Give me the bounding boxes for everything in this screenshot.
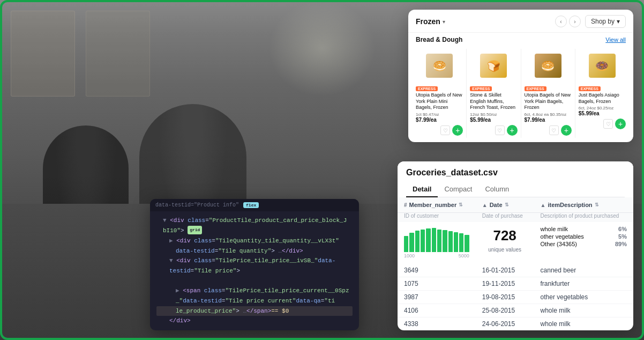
unique-values-cell: 728 unique values [476, 222, 534, 264]
product-actions: ♡ + [579, 119, 626, 129]
cat-pct: 6% [618, 226, 627, 232]
code-line: bI10"> grid [156, 226, 353, 236]
cell-date: 19-11-2015 [476, 277, 534, 291]
product-name: Utopia Bagels of New York Plain Mini Bag… [416, 92, 463, 111]
product-actions: ♡ + [470, 125, 517, 136]
unique-count: 728 [484, 227, 526, 244]
express-badge: EXPRESS [416, 86, 438, 91]
bar [421, 230, 425, 253]
code-line: testid="Tile price"> [156, 266, 353, 286]
table-row: 3987 19-08-2015 other vegetables [398, 291, 633, 304]
col-desc-item: Description of product purchased [534, 213, 633, 223]
cell-member: 4106 [398, 304, 476, 317]
col-header-member: # Member_number ⇅ [398, 197, 476, 213]
favorite-button[interactable]: ♡ [440, 125, 450, 135]
code-panel-header: data-testid="Product info" flex [150, 199, 359, 211]
bar [432, 228, 436, 252]
product-qty: 1ct $0.47/oz [416, 112, 463, 117]
bar-chart [404, 225, 469, 252]
product-image: 🥯 [426, 54, 453, 78]
nav-next-button[interactable]: › [569, 16, 581, 27]
table-row: 4338 24-06-2015 whole milk [398, 317, 633, 331]
cat-name: whole milk [541, 226, 568, 232]
cat-name: Other (34365) [541, 241, 577, 247]
bread-dough-label: Bread & Dough [416, 36, 462, 43]
cell-date: 24-06-2015 [476, 317, 534, 331]
add-to-cart-button[interactable]: + [615, 119, 626, 129]
product-image: 🍩 [589, 54, 616, 78]
code-body: ▼ <div class="ProductTile_product_card_p… [150, 211, 359, 330]
frozen-title-row: Frozen ▾ [416, 17, 445, 26]
product-item: 🍞 EXPRESS Stone & Skillet English Muffin… [467, 49, 521, 138]
tab-compact[interactable]: Compact [438, 182, 478, 197]
product-image-area: 🍩 [579, 51, 626, 80]
product-name: Just Bagels Asiago Bagels, Frozen [579, 92, 626, 105]
frozen-title: Frozen [416, 17, 440, 26]
view-all-link[interactable]: View all [605, 36, 626, 43]
col-description-row: ID of customer Date of purchase Descript… [398, 213, 633, 223]
cell-member: 3649 [398, 264, 476, 277]
product-price: $7.99/ea [416, 117, 463, 123]
frozen-chevron-icon[interactable]: ▾ [443, 19, 445, 25]
cell-item: whole milk [534, 317, 633, 331]
product-price: $7.99/ea [525, 117, 572, 123]
favorite-button[interactable]: ♡ [603, 119, 613, 129]
table-row: 3649 16-01-2015 canned beer [398, 264, 633, 277]
nav-prev-button[interactable]: ‹ [555, 16, 567, 27]
add-to-cart-button[interactable]: + [507, 125, 518, 136]
nav-arrows: ‹ › [555, 16, 581, 27]
product-qty: 12oz $0.50/oz [470, 112, 517, 117]
product-actions: ♡ + [525, 125, 572, 136]
data-panel-header: Groceries_dataset.csv Detail Compact Col… [398, 161, 633, 197]
add-to-cart-button[interactable]: + [452, 125, 463, 136]
bar [465, 235, 469, 253]
col-name-date: Date [490, 202, 503, 208]
category-row: other vegetables 5% [541, 233, 627, 240]
bar [409, 233, 414, 252]
product-name: Stone & Skillet English Muffins, French … [470, 92, 517, 111]
code-panel: data-testid="Product info" flex ▼ <div c… [150, 199, 359, 330]
table-row: 1075 19-11-2015 frankfurter [398, 277, 633, 291]
favorite-button[interactable]: ♡ [549, 125, 559, 135]
frozen-panel: Frozen ▾ ‹ › Shop by ▾ Bread & Dough Vie… [408, 10, 633, 142]
sort-icon[interactable]: ⇅ [505, 202, 509, 208]
favorite-button[interactable]: ♡ [495, 125, 505, 135]
shop-by-button[interactable]: Shop by ▾ [585, 15, 626, 28]
cat-pct: 89% [615, 241, 627, 247]
data-panel: Groceries_dataset.csv Detail Compact Col… [398, 161, 633, 330]
product-image-area: 🥯 [416, 51, 463, 80]
bar [437, 230, 441, 253]
bar [448, 231, 453, 252]
product-image: 🥯 [535, 54, 561, 78]
cat-name: other vegetables [541, 233, 584, 240]
product-image: 🍞 [480, 54, 507, 78]
product-item: 🍩 EXPRESS Just Bagels Asiago Bagels, Fro… [575, 49, 629, 138]
product-name: Utopia Bagels of New York Plain Bagels, … [525, 92, 572, 111]
sort-icon[interactable]: ⇅ [459, 202, 463, 208]
col-desc-date: Date of purchase [476, 213, 534, 223]
add-to-cart-button[interactable]: + [561, 125, 572, 136]
code-line-highlighted: le_product_price"> … </span> == $0 [156, 306, 353, 316]
tab-detail[interactable]: Detail [406, 182, 438, 197]
code-line: </div> [156, 316, 353, 326]
code-line: _" data-testid="Tile price current" data… [156, 296, 353, 306]
code-line: ▶ <div class="TileQuantity_tile_quantity… [156, 236, 353, 246]
cell-member: 1075 [398, 277, 476, 291]
category-row: Other (34365) 89% [541, 240, 627, 248]
cell-date: 19-08-2015 [476, 291, 534, 304]
express-badge: EXPRESS [579, 86, 601, 91]
hash-icon: # [404, 202, 407, 208]
category-breakdown: whole milk 6% other vegetables 5% Other … [541, 225, 627, 248]
product-actions: ♡ + [416, 125, 463, 136]
flex-badge: flex [243, 202, 259, 208]
frozen-panel-header: Frozen ▾ ‹ › Shop by ▾ [408, 10, 633, 33]
chart-cell: 1000 5000 [398, 222, 476, 264]
sort-icon[interactable]: ⇅ [595, 202, 599, 208]
cell-member: 4338 [398, 317, 476, 331]
product-item: 🥯 EXPRESS Utopia Bagels of New York Plai… [413, 49, 467, 138]
tab-column[interactable]: Column [478, 182, 515, 197]
col-name-item: itemDescription [548, 202, 592, 208]
shop-by-chevron-icon: ▾ [617, 18, 620, 25]
bar [426, 228, 430, 252]
cell-item: other vegetables [534, 291, 633, 304]
